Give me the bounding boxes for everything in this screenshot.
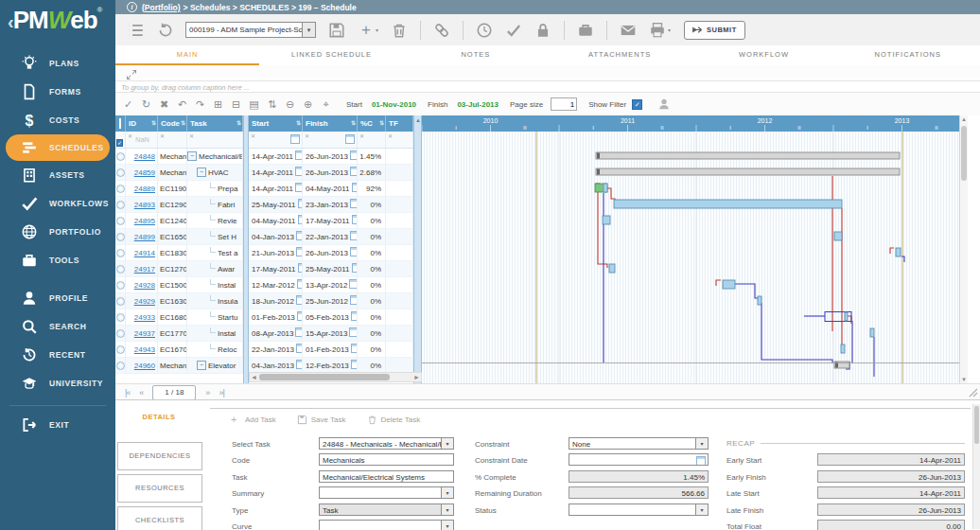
table-row[interactable]: 24859Mechani−HVAC <box>115 165 243 181</box>
task-id-link[interactable]: 24928 <box>126 277 157 293</box>
task-id-link[interactable]: 24929 <box>126 293 157 309</box>
up-icon[interactable]: ▲ <box>415 117 421 123</box>
gantt-bar[interactable] <box>870 328 874 337</box>
gantt-summary-bar[interactable] <box>596 168 900 175</box>
clear-filter-icon[interactable]: ✕ <box>388 132 393 139</box>
sort-icon[interactable]: ⇅ <box>181 115 185 132</box>
table-row[interactable]: 24960Mechani−Elevator <box>115 358 243 374</box>
print-dropdown-icon[interactable]: ▾ <box>668 26 671 33</box>
scrollbar-thumb[interactable] <box>961 126 967 181</box>
table-row[interactable]: 24933EC1680Startu <box>115 309 243 326</box>
scroll-right-icon[interactable]: ► <box>413 373 420 381</box>
type-dropdown[interactable]: Task▾ <box>319 504 454 516</box>
sidebar-item-costs[interactable]: $COSTS <box>0 106 115 134</box>
pager-next-button[interactable]: » <box>205 388 209 398</box>
link-icon[interactable] <box>433 22 450 39</box>
chevron-down-icon[interactable]: ▾ <box>441 504 453 515</box>
sort-icon[interactable]: ⇅ <box>379 115 384 132</box>
table-row[interactable]: 17-May-201125-May-20110% <box>249 261 413 277</box>
calendar-icon[interactable] <box>696 456 706 466</box>
add-task-button[interactable]: +Add Task <box>231 415 276 425</box>
table-row[interactable]: 12-Mar-201213-Apr-20120% <box>249 277 413 293</box>
table-row[interactable]: 21-Jun-201326-Jun-20130% <box>249 245 413 261</box>
refresh-icon[interactable]: ↻ <box>137 98 155 111</box>
collapse-all-icon[interactable]: ⊟ <box>227 98 245 111</box>
table-row[interactable]: 08-Apr-201315-Apr-20130% <box>249 326 413 342</box>
clear-filter-icon[interactable]: ✕ <box>359 132 364 139</box>
calendar-icon[interactable] <box>296 231 303 240</box>
sidebar-item-schedules[interactable]: SCHEDULES <box>6 134 110 161</box>
task-id-link[interactable]: 24859 <box>126 165 157 181</box>
calendar-icon[interactable] <box>295 150 303 160</box>
table-row[interactable]: 25-May-201123-Jan-20130% <box>249 197 413 213</box>
chevron-down-icon[interactable]: ▾ <box>441 438 453 449</box>
table-row[interactable]: 04-Jan-201322-Jan-20130% <box>249 229 413 245</box>
submit-button[interactable]: SUBMIT <box>684 21 745 40</box>
collapse-icon[interactable]: − <box>197 168 206 177</box>
table-row[interactable]: 24937EC1770Instal <box>115 326 243 342</box>
select-all-checkbox[interactable] <box>119 118 121 129</box>
table-row[interactable]: 24943EC1670Reloc <box>115 342 243 358</box>
tab-notifications[interactable]: NOTIFICATIONS <box>836 45 980 65</box>
tab-main[interactable]: MAIN <box>115 45 259 65</box>
code-input[interactable]: Mechanicals <box>319 453 454 466</box>
scrollbar-thumb[interactable] <box>974 406 979 444</box>
gantt-bar[interactable] <box>841 344 845 353</box>
constraint-dropdown[interactable]: None▾ <box>569 437 709 450</box>
chevron-down-icon[interactable]: ▾ <box>441 521 453 530</box>
calendar-icon[interactable] <box>350 247 358 256</box>
gantt-bar[interactable] <box>614 200 842 208</box>
row-selector[interactable] <box>116 249 125 257</box>
table-row[interactable]: 04-May-201117-May-20110% <box>249 213 413 229</box>
pager-first-button[interactable]: |« <box>125 388 130 398</box>
scroll-left-icon[interactable]: ◄ <box>251 373 257 381</box>
zoom-selection-icon[interactable]: ⌖ <box>317 98 335 111</box>
row-selector[interactable] <box>116 329 125 338</box>
zoom-in-icon[interactable]: ⊕ <box>299 98 317 111</box>
task-id-link[interactable]: 24895 <box>126 213 157 229</box>
row-selector[interactable] <box>116 362 125 370</box>
sidebar-item-recent[interactable]: RECENT <box>0 341 115 369</box>
save-task-button[interactable]: Save Task <box>297 415 346 425</box>
details-tab-dependencies[interactable]: DEPENDENCIES <box>117 442 202 470</box>
row-selector[interactable] <box>116 313 125 322</box>
row-selector[interactable] <box>116 152 125 161</box>
sort-icon[interactable]: ⇅ <box>151 115 156 132</box>
collapse-icon[interactable]: − <box>187 151 197 161</box>
column-header-tf[interactable]: TF <box>386 115 413 132</box>
row-selector[interactable] <box>116 297 125 306</box>
table-row[interactable]: 24889EC1190Prepa <box>115 181 243 197</box>
pager-prev-button[interactable]: « <box>139 388 143 398</box>
history-icon[interactable] <box>157 22 174 39</box>
column-header-task[interactable]: Task⇅ <box>187 115 243 132</box>
save-icon[interactable] <box>328 22 345 39</box>
table-row[interactable]: 24928EC1500Instal <box>115 277 243 293</box>
task-id-link[interactable]: 24933 <box>126 309 157 326</box>
sidebar-item-search[interactable]: SEARCH <box>0 312 115 341</box>
task-input[interactable]: Mechanical/Electrical Systems <box>319 470 454 483</box>
calendar-icon[interactable] <box>296 360 303 369</box>
curve-dropdown[interactable]: ▾ <box>319 520 454 530</box>
table-row[interactable]: 24895EC1240Revie <box>115 213 243 229</box>
zoom-out-icon[interactable]: ⊖ <box>281 98 299 111</box>
approve-icon[interactable] <box>505 22 522 39</box>
lock-icon[interactable] <box>534 22 551 39</box>
delete-task-button[interactable]: Delete Task <box>367 415 421 425</box>
table-row[interactable]: 01-Feb-201305-Feb-20130% <box>249 309 413 326</box>
resize-grip[interactable] <box>967 386 978 398</box>
task-id-link[interactable]: 24914 <box>126 245 157 261</box>
row-selector[interactable] <box>116 201 125 209</box>
chevron-down-icon[interactable]: ▾ <box>441 487 453 498</box>
calendar-icon[interactable] <box>295 167 303 176</box>
calendar-icon[interactable] <box>350 199 358 208</box>
expand-all-icon[interactable]: ⊞ <box>209 98 227 111</box>
gantt-bar[interactable] <box>834 232 842 240</box>
table-row[interactable]: 24848Mechani−Mechanical/E <box>115 149 243 165</box>
gantt-bar[interactable] <box>723 280 735 289</box>
export-icon[interactable]: ✖ <box>155 98 173 111</box>
pane-splitter[interactable]: ▲ <box>413 115 422 383</box>
clear-filter-icon[interactable]: ✕ <box>189 132 194 139</box>
table-row[interactable]: 14-Apr-201126-Jun-20131.45% <box>249 149 413 165</box>
column-header-id[interactable]: ID⇅ <box>126 115 158 132</box>
constraint-date-input[interactable] <box>569 453 709 466</box>
